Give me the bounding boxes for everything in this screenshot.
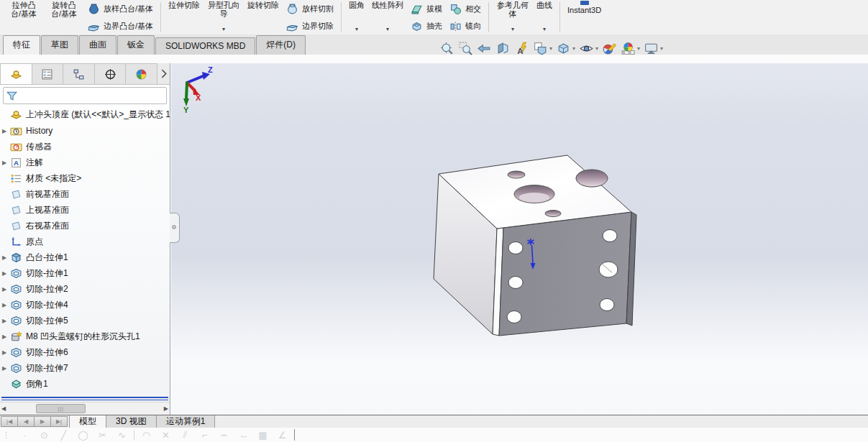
zoom-fit-button[interactable] [439, 40, 455, 57]
cm-button-旋转凸台-基体[interactable]: 旋转凸台/基体 [44, 0, 84, 34]
panel-featuremanager-tab[interactable] [0, 63, 32, 84]
tree-item-切除-拉伸7[interactable]: ▶切除-拉伸7 [0, 360, 170, 376]
cm-button-参考几何体[interactable]: 参考几何体▾ [493, 0, 533, 34]
first-tab-button[interactable]: |◀ [1, 416, 18, 427]
tree-item-切除-拉伸1[interactable]: ▶切除-拉伸1 [0, 265, 170, 281]
dynamic-annotation-button[interactable]: A [513, 40, 530, 57]
tree-item-上视基准面[interactable]: 上视基准面 [0, 202, 170, 218]
tree-item-切除-拉伸4[interactable]: ▶切除-拉伸4 [0, 297, 170, 313]
rollback-bar[interactable] [1, 397, 168, 400]
display-style-button[interactable]: ▾ [555, 40, 576, 57]
cm-button-label: 抽壳 [426, 21, 442, 32]
expand-arrow-icon[interactable]: ▶ [2, 349, 10, 356]
tab-钣金[interactable]: 钣金 [117, 35, 155, 55]
cm-button-拔模[interactable]: 拔模 [411, 1, 442, 16]
featuremanager-panel: 上冲头顶座 (默认<<默认>_显示状态 1 ▶History传感器▶A注解材质 … [0, 63, 170, 415]
tab-草图[interactable]: 草图 [41, 35, 78, 55]
dropdown-caret-icon[interactable]: ▾ [543, 26, 546, 34]
panel-configurationmanager-tab[interactable] [63, 63, 95, 84]
tab-solidworks mbd[interactable]: SOLIDWORKS MBD [155, 37, 255, 55]
tree-item-m8 凹头盖螺钉的柱形沉头孔1[interactable]: ▶M8 凹头盖螺钉的柱形沉头孔1 [0, 328, 170, 344]
dropdown-caret-icon[interactable]: ▾ [511, 26, 514, 34]
scroll-right-arrow[interactable]: ▶ [164, 405, 168, 412]
cm-button-旋转切除[interactable]: 旋转切除 [244, 0, 283, 34]
cm-button-边界凸台/基体[interactable]: 边界凸台/基体 [88, 19, 153, 33]
part-root-node[interactable]: 上冲头顶座 (默认<<默认>_显示状态 1 [0, 106, 170, 123]
expand-arrow-icon[interactable]: ▶ [2, 365, 10, 372]
expand-arrow-icon[interactable]: ▶ [2, 254, 10, 261]
cm-button-边界切除[interactable]: 边界切除 [286, 19, 334, 33]
tree-item-切除-拉伸6[interactable]: ▶切除-拉伸6 [0, 344, 170, 360]
graphics-viewport[interactable]: Z X Y [171, 63, 868, 415]
cm-button-线性阵列[interactable]: 线性阵列▾ [368, 0, 407, 34]
dropdown-caret-icon[interactable]: ▾ [549, 45, 552, 52]
expand-arrow-icon[interactable]: ▶ [2, 286, 10, 293]
tab-特征[interactable]: 特征 [3, 35, 40, 55]
tree-item-原点[interactable]: 原点 [0, 234, 170, 249]
tree-item-切除-拉伸2[interactable]: ▶切除-拉伸2 [0, 281, 170, 297]
tree-item-history[interactable]: ▶History [0, 123, 170, 139]
hide-show-button[interactable]: ▾ [578, 40, 599, 57]
tree-horizontal-scrollbar[interactable]: ◀ ||| ▶ [0, 402, 170, 415]
dropdown-caret-icon[interactable]: ▾ [595, 45, 598, 52]
prev-tab-button[interactable]: ◀ [18, 416, 35, 427]
scroll-left-arrow[interactable]: ◀ [1, 405, 6, 412]
dropdown-caret-icon[interactable]: ▾ [637, 45, 640, 52]
tree-item-凸台-拉伸1[interactable]: ▶凸台-拉伸1 [0, 249, 170, 265]
view-settings-button[interactable]: ▾ [643, 40, 664, 57]
doc-tab-3d-视图[interactable]: 3D 视图 [106, 415, 157, 428]
cm-button-曲线[interactable]: 曲线▾ [533, 0, 556, 34]
tree-item-传感器[interactable]: 传感器 [0, 139, 170, 155]
zoom-area-button[interactable] [457, 40, 474, 57]
panel-displaymanager-tab[interactable] [126, 63, 157, 84]
tree-item-注解[interactable]: ▶A注解 [0, 155, 170, 170]
next-tab-button[interactable]: ▶ [35, 416, 51, 427]
panel-expand-chevron[interactable] [157, 63, 170, 84]
dropdown-caret-icon[interactable]: ▾ [386, 26, 389, 34]
dynamic-annotation-icon: A [514, 41, 529, 56]
dropdown-caret-icon[interactable]: ▾ [222, 26, 225, 34]
cm-button-放样切割[interactable]: 放样切割 [286, 1, 334, 16]
last-tab-button[interactable]: ▶| [51, 416, 68, 427]
panel-propertymanager-tab[interactable] [32, 63, 64, 84]
cm-button-放样凸台/基体[interactable]: 放样凸台/基体 [88, 1, 153, 16]
doc-tab-模型[interactable]: 模型 [69, 415, 106, 428]
scrollbar-thumb[interactable]: ||| [36, 404, 86, 413]
tree-item-右视基准面[interactable]: 右视基准面 [0, 218, 170, 234]
model-3d[interactable] [171, 63, 868, 415]
cm-button-镜向[interactable]: 镜向 [449, 19, 481, 33]
section-view-button[interactable] [495, 40, 511, 57]
cm-button-相交[interactable]: 相交 [449, 1, 481, 16]
edit-appearance-button[interactable] [601, 40, 618, 57]
dropdown-caret-icon[interactable]: ▾ [355, 26, 358, 34]
boundary-boss-icon [88, 20, 100, 32]
doc-tab-运动算例1[interactable]: 运动算例1 [157, 415, 216, 428]
expand-arrow-icon[interactable]: ▶ [2, 302, 10, 308]
view-orientation-button[interactable]: ▾ [532, 40, 553, 57]
expand-arrow-icon[interactable]: ▶ [2, 270, 10, 277]
apply-scene-button[interactable]: ▾ [620, 40, 641, 57]
toolbar-grip-handle[interactable]: ⋮ [2, 431, 10, 438]
tab-焊件(d)[interactable]: 焊件(D) [256, 35, 306, 55]
expand-arrow-icon[interactable]: ▶ [2, 160, 10, 166]
panel-dimxpert-tab[interactable] [95, 63, 127, 84]
cm-button-拉伸凸台-基体[interactable]: 拉伸凸台/基体 [4, 0, 44, 34]
expand-arrow-icon[interactable]: ▶ [2, 128, 10, 134]
cm-button-抽壳[interactable]: 抽壳 [411, 19, 442, 33]
expand-arrow-icon[interactable]: ▶ [2, 333, 10, 340]
tab-曲面[interactable]: 曲面 [79, 35, 117, 55]
previous-view-button[interactable] [476, 40, 493, 57]
cm-button-异型孔向导[interactable]: 异型孔向导▾ [204, 0, 244, 34]
expand-arrow-icon[interactable]: ▶ [2, 318, 10, 324]
panel-splitter-handle[interactable] [170, 213, 180, 243]
cm-button-圆角[interactable]: 圆角▾ [345, 0, 368, 34]
tree-item-材质 <未指定>[interactable]: 材质 <未指定> [0, 170, 170, 186]
cm-button-拉伸切除[interactable]: 拉伸切除 [165, 0, 204, 34]
tree-item-切除-拉伸5[interactable]: ▶切除-拉伸5 [0, 313, 170, 328]
tree-item-前视基准面[interactable]: 前视基准面 [0, 186, 170, 202]
cm-button-instant3d[interactable]: Instant3D [564, 0, 605, 34]
tree-filter-input[interactable] [3, 87, 167, 104]
dropdown-caret-icon[interactable]: ▾ [660, 45, 663, 52]
tree-item-倒角1[interactable]: 倒角1 [0, 376, 170, 392]
dropdown-caret-icon[interactable]: ▾ [572, 45, 575, 52]
